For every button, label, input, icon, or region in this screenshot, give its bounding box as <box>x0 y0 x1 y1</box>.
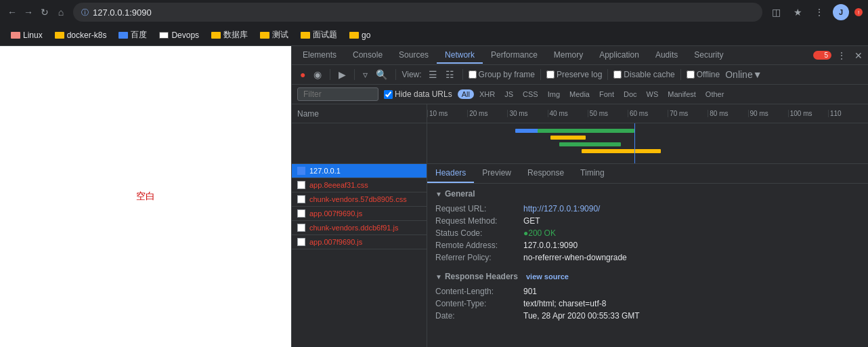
bookmark-test[interactable]: 测试 <box>255 26 294 43</box>
names-panel: Name 127.0.0.1 app.8eeeaf31.css <box>292 104 427 347</box>
filter-icon-button[interactable]: ▿ <box>360 68 370 81</box>
timeline-bars-area <box>427 123 868 164</box>
tab-network[interactable]: Network <box>437 47 483 64</box>
hide-data-urls-checkbox[interactable]: Hide data URLs <box>384 89 452 99</box>
network-throttle-select[interactable]: Online ▼ <box>722 68 764 81</box>
general-toggle-icon: ▼ <box>435 190 442 198</box>
more-tabs-button[interactable]: ⋮ <box>834 49 849 62</box>
timeline-cursor <box>634 123 635 163</box>
bookmark-linux-icon <box>11 32 20 39</box>
filter-js[interactable]: JS <box>500 89 517 99</box>
file-name-4: chunk-vendors.ddcb6f91.js <box>309 224 398 232</box>
tab-audits[interactable]: Audits <box>647 47 686 64</box>
timeline-label-70: 70 ms <box>668 110 708 117</box>
detail-date: Date: Tue, 28 Apr 2020 00:55:33 GMT <box>435 310 860 322</box>
back-button[interactable]: ← <box>5 5 19 19</box>
close-devtools-button[interactable]: ✕ <box>852 49 865 62</box>
stop-button[interactable]: ◉ <box>311 68 324 81</box>
details-tab-timing[interactable]: Timing <box>572 164 613 183</box>
timeline-labels-row: 10 ms 20 ms 30 ms 40 ms 50 ms 60 ms 70 m… <box>427 104 868 123</box>
toolbar-separator-4 <box>462 69 463 80</box>
tab-application[interactable]: Application <box>591 47 647 64</box>
status-code-key: Status Code: <box>435 228 523 238</box>
group-by-frame-checkbox[interactable]: Group by frame <box>469 70 535 79</box>
filter-font[interactable]: Font <box>595 89 618 99</box>
filter-other[interactable]: Other <box>701 89 729 99</box>
details-tab-headers[interactable]: Headers <box>427 164 474 183</box>
bookmark-linux[interactable]: Linux <box>5 28 48 43</box>
bookmark-database-icon <box>211 32 221 39</box>
preserve-log-input[interactable] <box>546 70 555 79</box>
tab-memory[interactable]: Memory <box>546 47 591 64</box>
response-headers-section: ▼ Response Headers view source Content-L… <box>435 272 860 322</box>
bookmark-button[interactable]: ★ <box>789 4 806 20</box>
group-by-frame-input[interactable] <box>469 70 477 79</box>
disable-cache-input[interactable] <box>613 70 622 79</box>
tab-console[interactable]: Console <box>345 47 391 64</box>
preserve-log-checkbox[interactable]: Preserve log <box>546 70 602 79</box>
details-tab-response-label: Response <box>527 168 564 178</box>
timeline-label-20: 20 ms <box>467 110 507 117</box>
bookmark-baidu[interactable]: 百度 <box>113 26 152 43</box>
filter-media[interactable]: Media <box>565 89 594 99</box>
filter-css[interactable]: CSS <box>519 89 542 99</box>
extensions-button[interactable]: ◫ <box>768 4 784 20</box>
timeline-label-50: 50 ms <box>588 110 628 117</box>
tab-elements[interactable]: Elements <box>295 47 345 64</box>
file-item-0[interactable]: 127.0.0.1 <box>292 164 427 178</box>
tab-sources[interactable]: Sources <box>391 47 437 64</box>
filter-input[interactable] <box>297 87 378 101</box>
details-tab-response[interactable]: Response <box>519 164 572 183</box>
file-item-4[interactable]: chunk-vendors.ddcb6f91.js <box>292 221 427 235</box>
error-badge: ⚠ 5 <box>813 51 831 60</box>
toolbar-separator-2 <box>354 69 355 80</box>
home-button[interactable]: ⌂ <box>54 5 68 19</box>
profile-initial: J <box>839 8 843 16</box>
forward-button[interactable]: → <box>22 5 35 19</box>
response-toggle-icon: ▼ <box>435 273 442 281</box>
profile-button[interactable]: J <box>833 4 849 20</box>
search-button[interactable]: 🔍 <box>373 68 390 81</box>
bookmark-baidu-label: 百度 <box>131 29 147 41</box>
tab-security[interactable]: Security <box>686 47 731 64</box>
filter-xhr[interactable]: XHR <box>475 89 499 99</box>
filter-all[interactable]: All <box>458 89 474 99</box>
refresh-button[interactable]: ↻ <box>38 5 51 19</box>
filter-doc[interactable]: Doc <box>620 89 641 99</box>
disable-cache-checkbox[interactable]: Disable cache <box>613 70 674 79</box>
record-button[interactable]: ● <box>297 68 308 81</box>
offline-input[interactable] <box>687 70 695 79</box>
page-content: 空白 <box>0 46 291 347</box>
details-tab-preview[interactable]: Preview <box>474 164 519 183</box>
hide-data-urls-input[interactable] <box>384 90 393 99</box>
view-list-button[interactable]: ☷ <box>443 68 457 81</box>
view-source-link[interactable]: view source <box>526 272 569 281</box>
file-item-5[interactable]: app.007f9690.js <box>292 235 427 249</box>
video-button[interactable]: ▶ <box>336 68 349 81</box>
filter-bar: Hide data URLs All XHR JS CSS Img Media … <box>292 85 868 104</box>
remote-address-key: Remote Address: <box>435 241 523 250</box>
filter-manifest[interactable]: Manifest <box>664 89 700 99</box>
timing-bar-1 <box>538 129 634 133</box>
bookmark-go[interactable]: go <box>344 28 376 43</box>
address-bar[interactable]: ⓘ 127.0.0.1:9090 <box>73 3 762 22</box>
bookmark-docker[interactable]: docker-k8s <box>49 28 112 43</box>
more-button[interactable]: ⋮ <box>811 4 827 20</box>
details-panel: Headers Preview Response Timing <box>427 164 868 347</box>
file-item-1[interactable]: app.8eeeaf31.css <box>292 178 427 192</box>
bookmark-devops[interactable]: Devops <box>154 28 204 43</box>
detail-request-method: Request Method: GET <box>435 215 860 227</box>
file-name-1: app.8eeeaf31.css <box>309 181 368 189</box>
filter-img[interactable]: Img <box>544 89 564 99</box>
details-tab-headers-label: Headers <box>435 168 466 178</box>
file-item-2[interactable]: chunk-vendors.57db8905.css <box>292 192 427 207</box>
timeline-label-30: 30 ms <box>507 110 547 117</box>
view-waterfall-button[interactable]: ☰ <box>426 68 440 81</box>
file-item-3[interactable]: app.007f9690.js <box>292 207 427 221</box>
hide-data-urls-label: Hide data URLs <box>395 89 452 99</box>
offline-checkbox[interactable]: Offline <box>687 70 720 79</box>
tab-performance[interactable]: Performance <box>483 47 546 64</box>
filter-ws[interactable]: WS <box>643 89 663 99</box>
bookmark-interview[interactable]: 面试题 <box>295 26 343 43</box>
bookmark-database[interactable]: 数据库 <box>206 26 253 43</box>
